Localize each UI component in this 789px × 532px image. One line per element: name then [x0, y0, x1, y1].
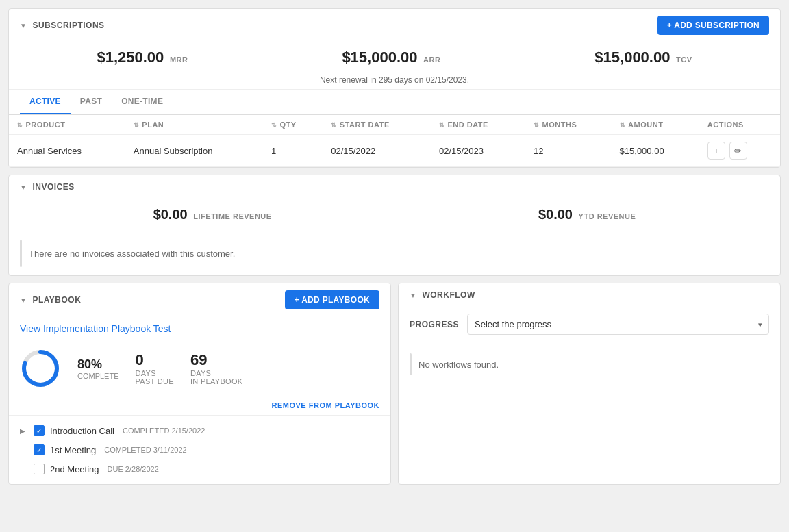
ytd-label: YTD REVENUE: [579, 212, 636, 220]
arr-label: ARR: [423, 55, 440, 64]
remove-row: REMOVE FROM PLAYBOOK: [9, 398, 390, 416]
progress-select-wrapper: Select the progressNot StartedIn Progres…: [467, 314, 769, 335]
days-past-due-stat: 0 DAYSPAST DUE: [136, 351, 174, 385]
item-status: COMPLETED 2/15/2022: [123, 427, 205, 435]
tab-active[interactable]: ACTIVE: [20, 90, 71, 114]
playbook-title: ▼ PLAYBOOK: [20, 295, 81, 305]
tab-past[interactable]: PAST: [71, 90, 112, 114]
list-item: ▶✓Introduction CallCOMPLETED 2/15/2022: [20, 421, 379, 440]
workflow-progress-row: PROGRESS Select the progressNot StartedI…: [399, 307, 780, 342]
checkbox-icon[interactable]: ✓: [34, 444, 45, 455]
actions-cell: + ✏: [707, 142, 772, 160]
invoices-title: ▼ INVOICES: [20, 182, 75, 192]
cell-product: Annual Services: [9, 135, 125, 167]
tab-one-time[interactable]: ONE-TIME: [112, 90, 173, 114]
lifetime-revenue-metric: $0.00 LIFETIME REVENUE: [153, 207, 272, 223]
cell-months: 12: [525, 135, 612, 167]
col-actions: ACTIONS: [699, 115, 780, 135]
list-item: ✓1st MeetingCOMPLETED 3/11/2022: [20, 440, 379, 459]
mrr-metric: $1,250.00 MRR: [97, 49, 188, 66]
complete-label: COMPLETE: [77, 372, 119, 380]
no-workflow-notice: No workflows found.: [399, 342, 780, 386]
subscriptions-table: ⇅PRODUCT ⇅PLAN ⇅QTY ⇅START DATE ⇅END DAT…: [9, 115, 780, 167]
subscriptions-section: ▼ SUBSCRIPTIONS + ADD SUBSCRIPTION $1,25…: [8, 8, 781, 168]
arr-value: $15,000.00: [342, 49, 417, 66]
tcv-metric: $15,000.00 TCV: [594, 49, 692, 66]
cell-end_date: 02/15/2023: [431, 135, 525, 167]
notice-bar: [20, 240, 22, 267]
arr-metric: $15,000.00 ARR: [342, 49, 440, 66]
list-item: 2nd MeetingDUE 2/28/2022: [20, 459, 379, 479]
add-subscription-button[interactable]: + ADD SUBSCRIPTION: [658, 16, 769, 35]
cell-actions: + ✏: [699, 135, 780, 167]
item-status: COMPLETED 3/11/2022: [104, 446, 186, 454]
add-row-button[interactable]: +: [707, 142, 725, 160]
progress-circle: [20, 348, 61, 389]
chevron-down-icon-workflow: ▼: [410, 292, 416, 299]
invoices-header: ▼ INVOICES: [9, 175, 780, 199]
days-in-playbook-stat: 69 DAYSIN PLAYBOOK: [190, 351, 242, 385]
days-past-due-number: 0: [136, 351, 174, 369]
cell-plan: Annual Subscription: [125, 135, 263, 167]
chevron-down-icon-invoices: ▼: [20, 183, 27, 191]
item-status: DUE 2/28/2022: [108, 465, 159, 473]
col-start-date[interactable]: ⇅START DATE: [323, 115, 431, 135]
complete-stat: 80% COMPLETE: [77, 357, 119, 380]
workflow-section: ▼ WORKFLOW PROGRESS Select the progressN…: [398, 283, 781, 485]
cell-qty: 1: [263, 135, 323, 167]
ytd-revenue-metric: $0.00 YTD REVENUE: [538, 207, 636, 223]
table-row: Annual ServicesAnnual Subscription102/15…: [9, 135, 780, 167]
tcv-label: TCV: [676, 55, 692, 64]
lifetime-label: LIFETIME REVENUE: [193, 212, 271, 220]
col-amount[interactable]: ⇅AMOUNT: [612, 115, 699, 135]
subscription-tabs: ACTIVE PAST ONE-TIME: [9, 90, 780, 115]
lifetime-value: $0.00: [153, 207, 188, 222]
tcv-value: $15,000.00: [594, 49, 670, 66]
chevron-down-icon: ▼: [20, 22, 27, 29]
add-playbook-button[interactable]: + ADD PLAYBOOK: [285, 290, 379, 309]
col-qty[interactable]: ⇅QTY: [263, 115, 323, 135]
checklist: ▶✓Introduction CallCOMPLETED 2/15/2022✓1…: [9, 416, 390, 484]
invoices-metrics: $0.00 LIFETIME REVENUE $0.00 YTD REVENUE: [9, 199, 780, 231]
col-months[interactable]: ⇅MONTHS: [525, 115, 612, 135]
renewal-info: Next renewal in 295 days on 02/15/2023.: [9, 71, 780, 90]
subscriptions-metrics: $1,250.00 MRR $15,000.00 ARR $15,000.00 …: [9, 42, 780, 71]
no-invoices-notice: There are no invoices associated with th…: [9, 231, 780, 275]
item-name: 2nd Meeting: [50, 464, 99, 474]
workflow-notice-bar: [410, 353, 412, 375]
col-plan[interactable]: ⇅PLAN: [125, 115, 263, 135]
playbook-section: ▼ PLAYBOOK + ADD PLAYBOOK View Implement…: [8, 283, 391, 485]
progress-select[interactable]: Select the progressNot StartedIn Progres…: [467, 314, 769, 335]
days-past-due-label: DAYSPAST DUE: [136, 369, 174, 385]
col-product[interactable]: ⇅PRODUCT: [9, 115, 125, 135]
no-workflow-text: No workflows found.: [418, 359, 499, 370]
workflow-header: ▼ WORKFLOW: [399, 283, 780, 307]
item-name: Introduction Call: [50, 426, 114, 436]
mrr-label: MRR: [170, 55, 188, 64]
progress-label: PROGRESS: [410, 320, 459, 329]
subscriptions-title: ▼ SUBSCRIPTIONS: [20, 21, 105, 30]
cell-start_date: 02/15/2022: [323, 135, 431, 167]
checkbox-icon[interactable]: [34, 464, 45, 474]
edit-row-button[interactable]: ✏: [729, 142, 747, 160]
expand-arrow-icon[interactable]: ▶: [20, 427, 28, 435]
chevron-down-icon-playbook: ▼: [20, 296, 27, 304]
days-in-playbook-label: DAYSIN PLAYBOOK: [190, 369, 242, 385]
percent-label: 80%: [77, 357, 119, 372]
item-name: 1st Meeting: [50, 445, 96, 455]
remove-from-playbook-link[interactable]: REMOVE FROM PLAYBOOK: [272, 401, 380, 409]
mrr-value: $1,250.00: [97, 49, 164, 66]
bottom-row: ▼ PLAYBOOK + ADD PLAYBOOK View Implement…: [8, 283, 781, 485]
playbook-link[interactable]: View Implementation Playbook Test: [9, 316, 390, 341]
subscriptions-header: ▼ SUBSCRIPTIONS + ADD SUBSCRIPTION: [9, 9, 780, 42]
playbook-header: ▼ PLAYBOOK + ADD PLAYBOOK: [9, 283, 390, 316]
invoices-section: ▼ INVOICES $0.00 LIFETIME REVENUE $0.00 …: [8, 175, 781, 276]
playbook-stats: 80% COMPLETE 0 DAYSPAST DUE 69 DAYSIN PL…: [9, 341, 390, 398]
days-in-playbook-number: 69: [190, 351, 242, 369]
cell-amount: $15,000.00: [612, 135, 699, 167]
no-invoices-text: There are no invoices associated with th…: [29, 249, 235, 259]
col-end-date[interactable]: ⇅END DATE: [431, 115, 525, 135]
ytd-value: $0.00: [538, 207, 573, 222]
workflow-title: ▼ WORKFLOW: [410, 290, 475, 300]
checkbox-icon[interactable]: ✓: [34, 425, 45, 436]
